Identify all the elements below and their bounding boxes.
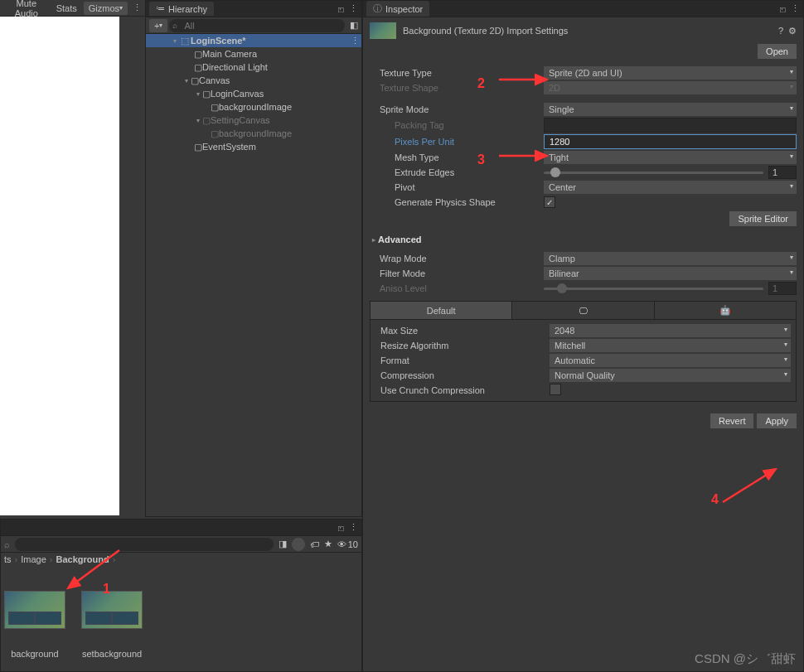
sprite-mode-dropdown[interactable]: Single	[544, 103, 797, 116]
extrude-value-input[interactable]	[768, 166, 797, 179]
foldout-icon[interactable]: ▾	[194, 117, 202, 124]
unity-logo-icon: ⬚	[181, 36, 189, 46]
pivot-dropdown[interactable]: Center	[544, 181, 797, 194]
cube-icon: ▢	[211, 128, 219, 139]
revert-button[interactable]: Revert	[710, 413, 753, 428]
cube-icon: ▢	[202, 115, 211, 126]
gizmos-button[interactable]: Gizmos ▾	[84, 2, 128, 15]
kebab-icon[interactable]: ⋮	[349, 522, 358, 533]
tab-inspector[interactable]: ⓘ Inspector	[366, 1, 429, 17]
filter-mode-dropdown[interactable]: Bilinear	[544, 267, 797, 280]
filter-icon[interactable]: ◨	[278, 539, 287, 549]
create-button[interactable]: + ▾	[149, 19, 167, 32]
game-view	[0, 17, 119, 515]
packing-tag-label: Packing Tag	[370, 120, 544, 130]
compression-dropdown[interactable]: Normal Quality	[550, 369, 791, 382]
preset-icon[interactable]: ⚙	[788, 26, 797, 36]
label-icon[interactable]	[292, 538, 305, 551]
foldout-icon[interactable]: ▾	[194, 90, 202, 98]
texture-type-label: Texture Type	[370, 68, 544, 78]
foldout-icon: ▸	[370, 236, 378, 244]
tree-item-bg-image-2[interactable]: ▢ backgroundImage	[146, 127, 361, 140]
project-search-input[interactable]	[15, 538, 274, 551]
tag-icon[interactable]: 🏷	[310, 539, 319, 549]
cube-icon: ▢	[194, 62, 202, 73]
kebab-icon[interactable]: ⋮	[349, 3, 358, 14]
lock-icon[interactable]: ⏍	[338, 4, 344, 14]
extrude-slider[interactable]	[544, 172, 763, 174]
max-size-dropdown[interactable]: 2048	[550, 324, 791, 337]
crunch-label: Use Crunch Compression	[375, 385, 550, 395]
resize-dropdown[interactable]: Mitchell	[550, 339, 791, 352]
extrude-edges-label: Extrude Edges	[370, 167, 544, 177]
tab-hierarchy[interactable]: ≔ Hierarchy	[149, 2, 214, 16]
texture-type-dropdown[interactable]: Sprite (2D and UI)	[544, 66, 797, 80]
search-icon: ⌕	[4, 539, 10, 549]
sprite-editor-button[interactable]: Sprite Editor	[729, 211, 797, 226]
scene-vis-icon[interactable]: ◧	[350, 20, 358, 31]
watermark: CSDN @シ゛甜虾	[695, 651, 796, 667]
cube-icon: ▢	[202, 89, 211, 99]
platform-tab-default[interactable]: Default	[371, 302, 512, 319]
tree-item-main-camera[interactable]: ▢ Main Camera	[146, 47, 361, 60]
tree-item-event-system[interactable]: ▢ EventSystem	[146, 140, 361, 153]
platform-tab-standalone[interactable]: 🖵	[512, 302, 654, 319]
info-icon: ⓘ	[373, 2, 382, 15]
android-icon: 🤖	[719, 305, 731, 316]
compression-label: Compression	[375, 370, 550, 380]
tree-item-bg-image-1[interactable]: ▢ backgroundImage	[146, 100, 361, 114]
aniso-value-input	[768, 282, 797, 295]
search-icon: ⌕	[172, 21, 177, 30]
resize-label: Resize Algorithm	[375, 341, 550, 351]
hierarchy-icon: ≔	[156, 3, 165, 14]
apply-button[interactable]: Apply	[757, 413, 797, 428]
filter-mode-label: Filter Mode	[370, 268, 544, 278]
cube-icon: ▢	[194, 142, 202, 152]
texture-shape-label: Texture Shape	[370, 83, 544, 93]
hidden-icon[interactable]: 👁10	[337, 539, 358, 549]
asset-thumbnail	[370, 22, 396, 39]
stats-button[interactable]: Stats	[51, 2, 82, 15]
foldout-icon[interactable]: ▾	[182, 77, 191, 85]
tree-item-login-canvas[interactable]: ▾ ▢ LoginCanvas	[146, 87, 361, 100]
crunch-checkbox[interactable]	[550, 384, 561, 395]
lock-icon[interactable]: ⏍	[780, 4, 786, 14]
advanced-foldout[interactable]: ▸ Advanced	[370, 231, 797, 246]
breadcrumb-item[interactable]: ts	[4, 554, 12, 564]
pixels-per-unit-input[interactable]	[544, 134, 797, 149]
foldout-icon[interactable]: ▾	[171, 37, 179, 45]
asset-thumbnail-item[interactable]: background	[4, 591, 65, 659]
breadcrumb: ts › Image › Background ›	[1, 553, 361, 566]
sprite-mode-label: Sprite Mode	[370, 104, 544, 114]
texture-shape-dropdown: 2D	[544, 81, 797, 94]
help-icon[interactable]: ?	[778, 26, 783, 36]
breadcrumb-item[interactable]: Background	[56, 554, 109, 564]
kebab-icon[interactable]: ⋮	[133, 2, 142, 13]
kebab-icon[interactable]: ⋮	[351, 36, 360, 46]
star-icon[interactable]: ★	[324, 539, 332, 549]
cube-icon: ▢	[211, 102, 219, 113]
tree-item-directional-light[interactable]: ▢ Directional Light	[146, 60, 361, 74]
hierarchy-search-input[interactable]	[169, 19, 345, 32]
open-button[interactable]: Open	[758, 44, 797, 59]
asset-thumbnail-item[interactable]: setbackground	[81, 591, 143, 659]
kebab-icon[interactable]: ⋮	[791, 3, 800, 14]
mesh-type-dropdown[interactable]: Tight	[544, 151, 797, 164]
cube-icon: ▢	[191, 75, 199, 86]
asset-title: Background (Texture 2D) Import Settings	[403, 26, 568, 36]
lock-icon[interactable]: ⏍	[338, 523, 344, 533]
scene-row[interactable]: ▾ ⬚ LoginScene* ⋮	[146, 34, 361, 47]
thumbnail-label: setbackground	[82, 632, 142, 659]
tree-item-canvas[interactable]: ▾ ▢ Canvas	[146, 74, 361, 87]
packing-tag-input[interactable]	[544, 118, 797, 133]
aniso-slider	[544, 288, 763, 290]
cube-icon: ▢	[194, 49, 202, 60]
gen-physics-checkbox[interactable]	[544, 196, 555, 208]
wrap-mode-label: Wrap Mode	[370, 254, 544, 263]
breadcrumb-item[interactable]: Image	[21, 554, 46, 564]
platform-tab-android[interactable]: 🤖	[655, 302, 796, 319]
wrap-mode-dropdown[interactable]: Clamp	[544, 252, 797, 265]
tree-item-setting-canvas[interactable]: ▾ ▢ SettingCanvas	[146, 114, 361, 127]
format-dropdown[interactable]: Automatic	[550, 354, 791, 367]
mute-audio-button[interactable]: Mute Audio	[3, 2, 50, 15]
